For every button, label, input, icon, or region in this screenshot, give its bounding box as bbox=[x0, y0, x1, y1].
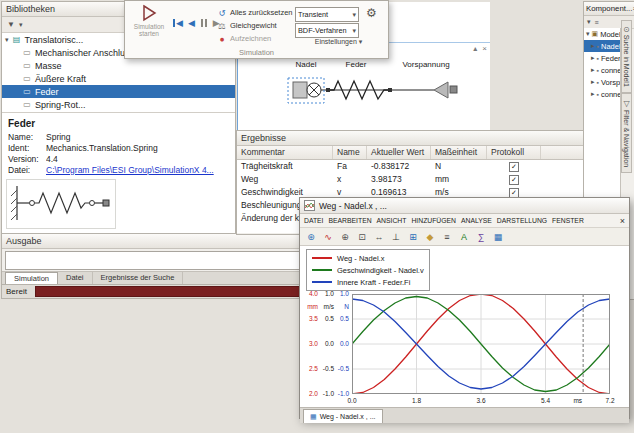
y-axis-tick: 0.5 bbox=[318, 315, 334, 323]
col-masseinheit[interactable]: Maßeinheit bbox=[431, 146, 487, 159]
col-kommentar[interactable]: Kommentar bbox=[237, 146, 333, 159]
field-value: C:\Program Files\ESI Group\SimulationX 4… bbox=[46, 165, 229, 176]
chart-toolbar-icon[interactable]: ⊥ bbox=[388, 229, 404, 244]
chart-toolbar-icon[interactable]: ≡ bbox=[439, 229, 455, 244]
sim-option[interactable]: ● Aufzeichnen bbox=[217, 32, 293, 45]
menu-item[interactable]: BEARBEITEN bbox=[329, 217, 372, 224]
chart-toolbar-icon[interactable]: ◆ bbox=[422, 229, 438, 244]
element-icon: ▭ bbox=[22, 100, 32, 109]
tree-item[interactable]: ▭ Masse bbox=[2, 59, 235, 72]
collapse-icon[interactable]: ▴ bbox=[473, 44, 477, 53]
sim-option[interactable]: ↺ Alles zurücksetzen bbox=[217, 6, 293, 19]
library-icon: ▤ bbox=[12, 35, 22, 44]
chart-toolbar-icon[interactable]: A bbox=[456, 229, 472, 244]
gear-icon[interactable]: ⚙ bbox=[366, 6, 377, 20]
side-tab-label: Filter & Navigation bbox=[623, 110, 630, 167]
tree-item-label: Mechanischer Anschlu... bbox=[35, 48, 133, 58]
chart-toolbar-icon[interactable]: ▦ bbox=[490, 229, 506, 244]
tree-item-label: Vorspannung bbox=[601, 78, 620, 87]
expand-icon[interactable]: ▾ bbox=[586, 30, 590, 38]
tree-item[interactable]: ▭ Feder bbox=[2, 85, 235, 98]
pause-icon[interactable] bbox=[200, 18, 208, 28]
chevron-down-icon: ▾ bbox=[352, 27, 356, 35]
chart-toolbar-icon[interactable]: ⊕ bbox=[337, 229, 353, 244]
y-axis-tick: 2.0 bbox=[302, 390, 318, 398]
step-back-icon[interactable]: ◀ bbox=[188, 18, 195, 28]
result-row[interactable]: Weg x 3.98173 mm ✓ bbox=[237, 173, 634, 186]
tree-item-label: Translatorisc... bbox=[25, 35, 84, 45]
col-name[interactable]: Name bbox=[333, 146, 367, 159]
solver-method-select[interactable]: BDF-Verfahren ▾ bbox=[295, 23, 359, 38]
close-icon[interactable]: × bbox=[620, 216, 625, 226]
layout-icon[interactable]: ≡ bbox=[595, 19, 599, 26]
menu-item[interactable]: ANALYSE bbox=[461, 217, 492, 224]
solver-method-value: BDF-Verfahren bbox=[298, 26, 347, 35]
chart-toolbar-icon[interactable]: ↔ bbox=[371, 229, 387, 244]
chart-toolbar-icon[interactable]: ⊡ bbox=[354, 229, 370, 244]
protokoll-checkbox[interactable]: ✓ bbox=[509, 175, 519, 185]
tree-item[interactable]: ▭ Spring-Rot... bbox=[2, 98, 235, 111]
tree-item[interactable]: ▸ ▪ Vorspannung bbox=[584, 76, 620, 88]
tree-item-label: connection2 bbox=[601, 90, 620, 99]
cell-wert: 3.98173 bbox=[367, 173, 431, 186]
sim-option[interactable]: ⚖ Gleichgewicht bbox=[217, 19, 293, 32]
chart-toolbar-icon[interactable]: ⊞ bbox=[405, 229, 421, 244]
component-icon: ▪ bbox=[597, 79, 599, 86]
tree-item[interactable]: ▸ ▪ Feder bbox=[584, 52, 620, 64]
chart-toolbar-icon[interactable]: ⊛ bbox=[303, 229, 319, 244]
col-aktueller-wert[interactable]: Aktueller Wert bbox=[367, 146, 431, 159]
skip-to-start-icon[interactable]: ◀ bbox=[173, 18, 183, 28]
option-label: Aufzeichnen bbox=[230, 34, 271, 43]
side-tab-icon: ⊙ bbox=[622, 26, 631, 33]
y-axis-tick: 0.0 bbox=[333, 340, 349, 348]
result-row[interactable]: Trägheitskraft Fa -0.838172 N ✓ bbox=[237, 160, 634, 173]
chart-tab-icon: ▦ bbox=[310, 413, 317, 421]
expand-icon[interactable]: ▾ bbox=[5, 36, 9, 44]
menu-item[interactable]: DATEI bbox=[304, 217, 324, 224]
legend-label: Weg - Nadel.x bbox=[337, 254, 384, 263]
tree-options-icon[interactable]: ▾ bbox=[587, 18, 591, 26]
chart-plot[interactable] bbox=[352, 294, 610, 394]
tree-item[interactable]: ▸ ▪ connection1 bbox=[584, 64, 620, 76]
y-axis-tick: 2.5 bbox=[302, 365, 318, 373]
chart-toolbar-icon[interactable]: ∿ bbox=[320, 229, 336, 244]
menu-item[interactable]: ANSICHT bbox=[377, 217, 407, 224]
col-protokoll[interactable]: Protokoll bbox=[487, 146, 541, 159]
chart-toolbar: ⊛ ∿ ⊕ ⊡ ↔ ⊥ ⊞ ◆ ≡ A bbox=[300, 228, 629, 246]
side-tab[interactable]: ▽ Filter & Navigation bbox=[621, 93, 632, 173]
start-button-label: Simulation starten bbox=[128, 23, 170, 37]
model-icon: ▣ bbox=[592, 30, 599, 38]
simulation-type-select[interactable]: Transient ▾ bbox=[295, 7, 359, 22]
protokoll-checkbox[interactable]: ✓ bbox=[509, 188, 519, 198]
chart-tab[interactable]: ▦ Weg - Nadel.x , ... bbox=[303, 409, 383, 423]
legend-label: Innere Kraft - Feder.Fi bbox=[337, 278, 410, 287]
cell-kommentar: Weg bbox=[237, 173, 333, 186]
tree-item-model1[interactable]: ▾ ▣ Model1 bbox=[584, 28, 620, 40]
tree-item[interactable]: ▭ Äußere Kraft bbox=[2, 72, 235, 85]
cell-einheit: N bbox=[431, 160, 487, 173]
chart-menubar: DATEI BEARBEITEN ANSICHT HINZUFÜGEN ANAL… bbox=[300, 214, 629, 228]
tree-item[interactable]: ▸ ▪ connection2 bbox=[584, 88, 620, 100]
simulation-start-button[interactable]: Simulation starten bbox=[128, 4, 170, 52]
filter-icon[interactable]: ▼ bbox=[6, 20, 16, 29]
menu-item[interactable]: FENSTER bbox=[552, 217, 584, 224]
menu-item[interactable]: DARSTELLUNG bbox=[497, 217, 547, 224]
menu-item[interactable]: HINZUFÜGEN bbox=[411, 217, 456, 224]
legend-item[interactable]: Geschwindigkeit - Nadel.v bbox=[312, 264, 424, 276]
side-tab[interactable]: ⊙ Suche in Model1 bbox=[621, 20, 632, 93]
chart-toolbar-icon[interactable]: ∑ bbox=[473, 229, 489, 244]
close-icon[interactable]: × bbox=[482, 44, 487, 53]
protokoll-checkbox[interactable]: ✓ bbox=[509, 162, 519, 172]
legend-item[interactable]: Weg - Nadel.x bbox=[312, 252, 424, 264]
legend-item[interactable]: Innere Kraft - Feder.Fi bbox=[312, 276, 424, 288]
field-value: Mechanics.Translation.Spring bbox=[46, 143, 229, 154]
ausgabe-title: Ausgabe bbox=[6, 236, 42, 246]
legend-line-sample bbox=[312, 269, 332, 271]
tree-item-label: Model1 bbox=[600, 30, 620, 39]
chevron-down-icon[interactable]: ▾ bbox=[19, 21, 23, 29]
chart-titlebar[interactable]: Weg - Nadel.x , ... bbox=[300, 198, 629, 214]
tree-item[interactable]: ▸ ▪ Nadel bbox=[584, 40, 620, 52]
simulation-settings-button[interactable]: Einstellungen ▾ bbox=[291, 38, 386, 46]
chart-plot-area: Weg - Nadel.x Geschwindigkeit - Nadel.v … bbox=[300, 246, 629, 407]
component-icon: ▪ bbox=[597, 43, 599, 50]
